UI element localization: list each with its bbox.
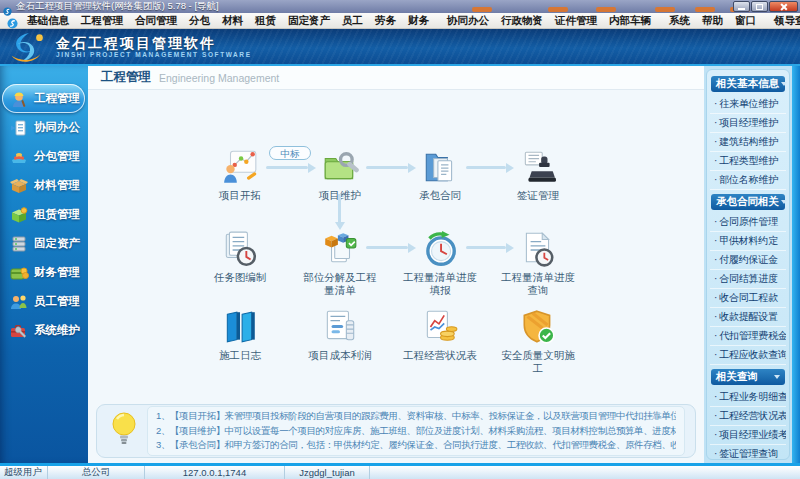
menu-item-admin-supplies[interactable]: 行政物资 (495, 14, 549, 28)
status-module-code: Jzgdgl_tujian (285, 466, 370, 479)
close-icon (780, 3, 788, 11)
flow-node-progress-fill[interactable]: 工程量清单进度填报 (392, 230, 488, 297)
flow-node-progress-query[interactable]: 工程量清单进度查询 (490, 230, 586, 297)
chevron-down-icon (781, 200, 787, 204)
right-link[interactable]: 合同原件管理 (710, 213, 786, 232)
minimize-button[interactable] (733, 1, 750, 12)
workflow-diagram: 项目开拓 中标 项目维护 承包合同 签证管理 (88, 90, 704, 463)
right-link[interactable]: 收款提醒设置 (710, 308, 786, 327)
section-header-basic-info[interactable]: 相关基本信息 (711, 76, 785, 92)
right-link[interactable]: 部位名称维护 (710, 171, 786, 190)
menu-item-basic-info[interactable]: 基础信息 (21, 14, 75, 28)
safety-shield-icon (490, 308, 586, 348)
tip-line: 2、【项目维护】中可以设置每一个项目的对应库房、施工班组、部位及进度计划、材料采… (156, 424, 676, 439)
right-sidebar: 相关基本信息 往来单位维护 项目经理维护 建筑结构维护 工程类型维护 部位名称维… (704, 66, 792, 463)
flow-node-construction-log[interactable]: 施工日志 (192, 308, 288, 362)
right-link[interactable]: 项目经理维护 (710, 114, 786, 133)
right-link[interactable]: 往来单位维护 (710, 95, 786, 114)
title-accent (596, 7, 616, 12)
progress-query-icon (490, 230, 586, 270)
restore-button[interactable] (751, 1, 768, 12)
sidebar-item-staff[interactable]: 员工管理 (0, 287, 88, 316)
sidebar-item-lease[interactable]: 租赁管理 (0, 200, 88, 229)
window-controls (733, 1, 798, 12)
section-header-contract[interactable]: 承包合同相关 (711, 194, 785, 210)
menu-item-subcontract[interactable]: 分包 (183, 14, 216, 28)
main-content: 工程管理 Engineering Management 项目开拓 中标 项目维护 (88, 66, 704, 463)
menu-item-fixed-assets[interactable]: 固定资产 (282, 14, 336, 28)
app-logo-icon (3, 2, 12, 11)
right-link[interactable]: 工程类型维护 (710, 152, 786, 171)
status-filler (370, 466, 800, 479)
asset-server-icon (9, 234, 29, 254)
flow-node-operation-report[interactable]: 工程经营状况表 (392, 308, 488, 362)
progress-clock-icon (392, 230, 488, 270)
flow-node-cost-profit[interactable]: 项目成本利润 (292, 308, 388, 362)
status-user: 超级用户 (0, 466, 48, 479)
sidebar-item-system-maintenance[interactable]: 系统维护 (0, 316, 88, 345)
operation-report-icon (392, 308, 488, 348)
menu-item-certificates[interactable]: 证件管理 (549, 14, 603, 28)
right-link[interactable]: 收合同工程款 (710, 289, 786, 308)
menu-item-labor[interactable]: 劳务 (369, 14, 402, 28)
sidebar-item-material[interactable]: 材料管理 (0, 171, 88, 200)
bid-won-badge: 中标 (269, 146, 311, 160)
menu-item-finance[interactable]: 财务 (402, 14, 435, 28)
left-sidebar: 工程管理 协同办公 分包管理 材料管理 租赁管理 固定资产 (0, 66, 88, 463)
right-link[interactable]: 甲供材料约定 (710, 232, 786, 251)
right-link[interactable]: 签证管理查询 (710, 445, 786, 460)
title-accent (655, 7, 675, 12)
page-title: 工程管理 (101, 69, 151, 86)
menu-item-vehicles[interactable]: 内部车辆 (603, 14, 657, 28)
chevron-down-icon (774, 375, 780, 379)
page-subtitle: Engineering Management (159, 72, 279, 84)
menu-item-window[interactable]: 窗口 (729, 14, 762, 28)
brand-band: 金石工程项目管理软件 JINSHI PROJECT MANAGEMENT SOF… (0, 29, 800, 66)
menu-item-lease[interactable]: 租赁 (249, 14, 282, 28)
tip-line: 3、【承包合同】和甲方签订的合同，包括：甲供材约定、履约保证金、合同执行进度、工… (156, 438, 676, 453)
menu-logo-icon (7, 15, 18, 26)
menu-item-material[interactable]: 材料 (216, 14, 249, 28)
status-company: 总公司 (48, 466, 145, 479)
maintenance-toolbox-icon (9, 321, 29, 341)
right-link[interactable]: 工程业务明细查询 (710, 388, 786, 407)
material-box-icon (9, 176, 29, 196)
right-link[interactable]: 建筑结构维护 (710, 133, 786, 152)
section-header-queries[interactable]: 相关查询 (711, 369, 785, 385)
sidebar-item-fixed-assets[interactable]: 固定资产 (0, 229, 88, 258)
menu-item-leader-query[interactable]: 领导查询 (768, 14, 800, 28)
bom-breakdown-icon (292, 230, 388, 270)
right-link[interactable]: 代扣管理费税金 (710, 327, 786, 346)
menu-item-collaboration[interactable]: 协同办公 (441, 14, 495, 28)
brand-text: 金石工程项目管理软件 JINSHI PROJECT MANAGEMENT SOF… (56, 35, 252, 58)
menu-item-employee[interactable]: 员工 (336, 14, 369, 28)
flow-node-contract[interactable]: 承包合同 (392, 148, 488, 202)
flow-node-visa[interactable]: 签证管理 (490, 148, 586, 202)
sidebar-item-finance[interactable]: 财务管理 (0, 258, 88, 287)
title-accent (695, 7, 715, 12)
flow-node-bom-breakdown[interactable]: 部位分解及工程量清单 (292, 230, 388, 297)
menu-item-system[interactable]: 系统 (663, 14, 696, 28)
menu-item-engineering[interactable]: 工程管理 (75, 14, 129, 28)
right-link[interactable]: 工程经营状况表 (710, 407, 786, 426)
menu-item-help[interactable]: 帮助 (696, 14, 729, 28)
right-link[interactable]: 工程应收款查询 (710, 346, 786, 365)
status-bar: 超级用户 总公司 127.0.0.1,1744 Jzgdgl_tujian (0, 463, 800, 479)
right-panel: 相关基本信息 往来单位维护 项目经理维护 建筑结构维护 工程类型维护 部位名称维… (706, 69, 790, 460)
flow-node-task-chart[interactable]: 任务图编制 (192, 230, 288, 284)
tips-text-box: 1、【项目开拓】来管理项目投标阶段的自营项目的跟踪费用、资料审核、中标率、投标保… (147, 406, 685, 456)
brand-subtitle: JINSHI PROJECT MANAGEMENT SOFTWARE (56, 51, 252, 58)
flow-node-safety[interactable]: 安全质量文明施工 (490, 308, 586, 375)
title-bar: 金石工程项目管理软件(网络集团版) 5.78 - [导航] (0, 0, 800, 13)
minimize-icon (738, 8, 745, 10)
menu-item-contract[interactable]: 合同管理 (129, 14, 183, 28)
sidebar-item-engineering[interactable]: 工程管理 (2, 84, 85, 113)
flow-arrow-down (338, 194, 341, 222)
construction-log-icon (192, 308, 288, 348)
right-link[interactable]: 合同结算进度 (710, 270, 786, 289)
close-button[interactable] (769, 1, 798, 12)
right-link[interactable]: 付履约保证金 (710, 251, 786, 270)
right-link[interactable]: 项目经理业绩考核 (710, 426, 786, 445)
sidebar-item-subcontract[interactable]: 分包管理 (0, 142, 88, 171)
sidebar-item-collaboration[interactable]: 协同办公 (0, 113, 88, 142)
